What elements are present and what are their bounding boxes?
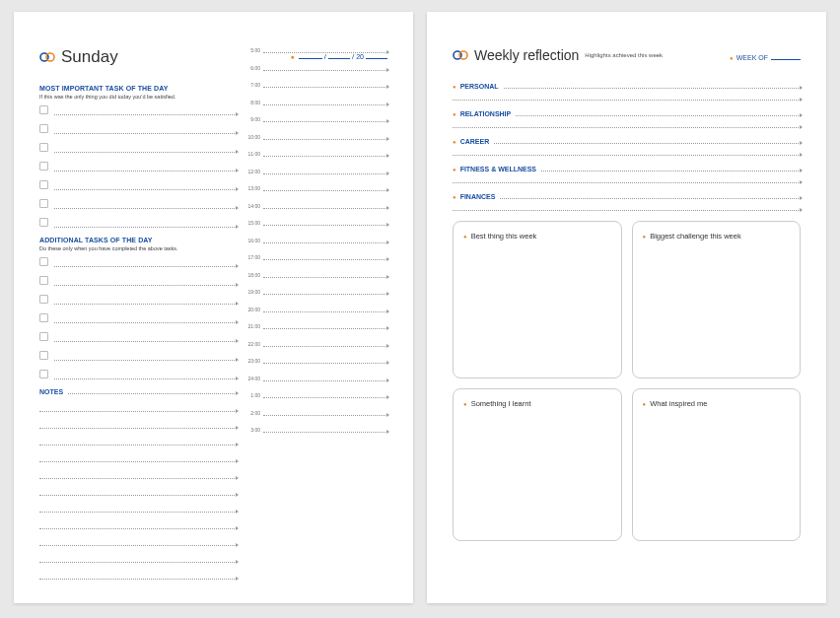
time-row: 1:00: [246, 392, 387, 398]
category-line[interactable]: [453, 155, 801, 156]
date-month-slot[interactable]: [328, 51, 350, 59]
date-field[interactable]: ● / / 20: [291, 51, 388, 61]
time-line[interactable]: [263, 363, 387, 364]
checkbox[interactable]: [39, 199, 48, 208]
week-of-slot[interactable]: [771, 53, 801, 60]
box-best[interactable]: ●Best thing this week: [453, 221, 622, 378]
task-line[interactable]: [54, 171, 237, 172]
box-challenge[interactable]: ●Biggest challenge this week: [632, 221, 802, 378]
task-line[interactable]: [54, 227, 237, 228]
task-line[interactable]: [54, 378, 237, 379]
category-line[interactable]: [453, 210, 801, 211]
important-section: MOST IMPORTANT TASK OF THE DAY If this w…: [39, 85, 237, 228]
time-row: 7:00: [246, 82, 387, 88]
time-line[interactable]: [263, 311, 387, 312]
important-title: MOST IMPORTANT TASK OF THE DAY: [39, 85, 237, 92]
category-line[interactable]: [453, 127, 801, 128]
checkbox[interactable]: [39, 295, 48, 304]
notes-line[interactable]: [39, 535, 237, 546]
task-line[interactable]: [54, 114, 237, 115]
category-line[interactable]: [494, 143, 801, 144]
time-line[interactable]: [263, 104, 387, 105]
task-line[interactable]: [54, 304, 237, 305]
weekly-page: Weekly reflection Highlights achieved th…: [427, 12, 826, 603]
task-line[interactable]: [54, 133, 237, 134]
notes-line[interactable]: [39, 451, 237, 462]
time-line[interactable]: [263, 139, 387, 140]
checkbox[interactable]: [39, 180, 48, 189]
time-line[interactable]: [263, 173, 387, 174]
checkbox[interactable]: [39, 332, 48, 341]
checkbox[interactable]: [39, 370, 48, 378]
time-label: 11:00: [246, 151, 260, 157]
notes-line[interactable]: [39, 485, 237, 496]
left-column: Sunday MOST IMPORTANT TASK OF THE DAY If…: [39, 47, 246, 584]
notes-line[interactable]: [39, 435, 237, 446]
box-inspired[interactable]: ●What inspired me: [632, 388, 802, 541]
time-line[interactable]: [263, 346, 387, 347]
checkbox[interactable]: [39, 257, 48, 266]
time-line[interactable]: [263, 397, 387, 398]
bullet-icon: ●: [643, 401, 647, 407]
checkbox[interactable]: [39, 351, 48, 360]
task-line[interactable]: [54, 285, 237, 286]
task-line[interactable]: [54, 208, 237, 209]
category-line[interactable]: [453, 182, 801, 183]
notes-line[interactable]: [39, 518, 237, 529]
time-line[interactable]: [263, 294, 387, 295]
category-line[interactable]: [541, 171, 801, 172]
category-line[interactable]: [504, 88, 801, 89]
task-line[interactable]: [54, 189, 237, 190]
category-line[interactable]: [516, 115, 801, 116]
task-line[interactable]: [54, 322, 237, 323]
categories: ●PERSONAL●RELATIONSHIP●CAREER●FITNESS & …: [453, 83, 801, 211]
time-line[interactable]: [263, 190, 387, 191]
notes-line[interactable]: [39, 569, 237, 580]
time-line[interactable]: [263, 242, 387, 243]
time-line[interactable]: [263, 380, 387, 381]
time-line[interactable]: [263, 225, 387, 226]
task-line[interactable]: [54, 341, 237, 342]
time-row: 17:00: [246, 254, 387, 260]
notes-line[interactable]: [39, 468, 237, 479]
time-line[interactable]: [263, 87, 387, 88]
checkbox[interactable]: [39, 162, 48, 171]
time-label: 6:00: [246, 65, 260, 71]
time-line[interactable]: [263, 328, 387, 329]
task-row: [39, 218, 237, 228]
category-row: ●FINANCES: [453, 193, 801, 200]
task-row: [39, 295, 237, 305]
time-label: 5:00: [246, 47, 260, 53]
checkbox[interactable]: [39, 218, 48, 227]
date-day-slot[interactable]: [299, 51, 322, 59]
time-line[interactable]: [263, 121, 387, 122]
bullet-icon: ●: [453, 111, 456, 117]
time-line[interactable]: [263, 208, 387, 209]
date-year-slot[interactable]: [366, 51, 387, 59]
checkbox[interactable]: [39, 143, 48, 152]
category-line[interactable]: [453, 100, 801, 101]
box-learnt[interactable]: ●Something I learnt: [453, 388, 622, 541]
category-line[interactable]: [500, 198, 801, 199]
time-line[interactable]: [263, 259, 387, 260]
checkbox[interactable]: [39, 276, 48, 285]
task-line[interactable]: [54, 266, 237, 267]
task-row: [39, 105, 237, 115]
time-line[interactable]: [263, 70, 387, 71]
time-line[interactable]: [263, 415, 387, 416]
checkbox[interactable]: [39, 124, 48, 133]
time-line[interactable]: [263, 156, 387, 157]
time-line[interactable]: [263, 277, 387, 278]
week-of-field[interactable]: ● WEEK OF: [730, 53, 801, 61]
notes-line[interactable]: [39, 502, 237, 513]
task-line[interactable]: [54, 152, 237, 153]
notes-line[interactable]: [39, 401, 237, 412]
notes-line[interactable]: [39, 418, 237, 429]
checkbox[interactable]: [39, 313, 48, 322]
task-line[interactable]: [54, 360, 237, 361]
notes-line[interactable]: [39, 552, 237, 563]
notes-line[interactable]: [68, 393, 237, 394]
time-row: 11:00: [246, 151, 387, 157]
checkbox[interactable]: [39, 105, 48, 114]
time-line[interactable]: [263, 432, 387, 433]
